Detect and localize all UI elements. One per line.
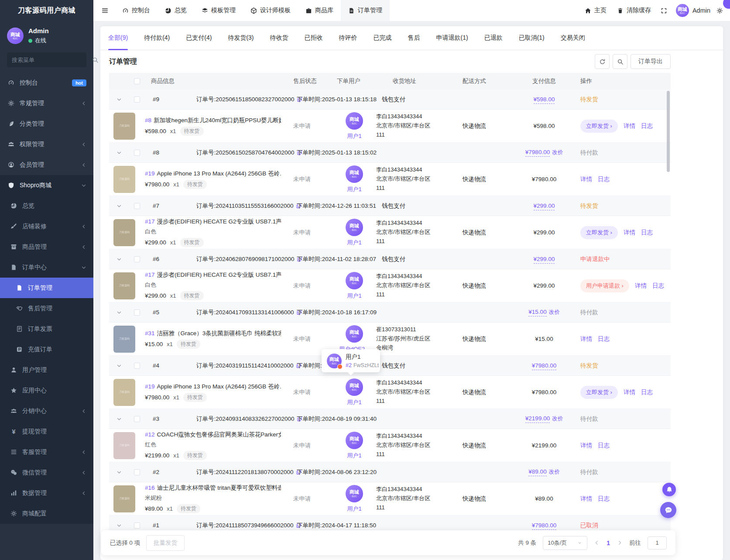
product-sku-link[interactable]: #19 [145,170,155,177]
detail-link[interactable]: 详情 [580,442,592,450]
order-price[interactable]: ¥7980.00改价 [520,149,568,156]
expand-chevron-icon[interactable] [109,310,129,315]
row-checkbox[interactable] [134,150,140,156]
goto-page-input[interactable] [648,536,667,550]
buyer-link[interactable]: 用户1 [347,186,361,193]
buyer-link[interactable]: 用户1 [347,132,361,140]
batch-ship-button[interactable]: 批量发货 [146,535,185,551]
buyer-avatar[interactable]: 商城· B2C · [346,165,363,183]
detail-link[interactable]: 详情 [580,335,592,343]
sidebar-user[interactable]: 商城 · B2C · Admin 在线 [0,21,93,48]
sidebar-item-16[interactable]: 分销中心 [0,401,93,421]
next-page-icon[interactable] [617,540,623,546]
tab-6[interactable]: 待评价 [339,26,357,50]
order-price[interactable]: ¥89.00改价 [520,468,568,476]
sidebar-item-13[interactable]: 充值订单 [0,339,93,360]
expand-chevron-icon[interactable] [109,416,129,422]
log-link[interactable]: 日志 [641,122,653,130]
chat-button[interactable] [660,502,676,518]
sidebar-item-6[interactable]: 总览 [0,196,93,216]
buyer-avatar[interactable]: 商城· B2C · [346,378,363,396]
expand-chevron-icon[interactable] [109,257,129,262]
row-checkbox[interactable] [134,96,140,103]
product-sku-link[interactable]: #19 [145,383,155,390]
search-button[interactable] [613,54,627,69]
tab-11[interactable]: 已取消(1) [519,26,545,50]
sidebar-item-19[interactable]: 微信管理 [0,462,93,483]
refresh-button[interactable] [595,54,610,69]
product-sku-link[interactable]: #31 [145,330,155,337]
menu-search-input[interactable] [12,57,89,63]
tab-0[interactable]: 全部(9) [108,26,128,50]
log-link[interactable]: 日志 [598,495,610,503]
ship-now-button[interactable]: 立即发货 › [580,226,618,239]
product-sku-link[interactable]: #16 [145,484,155,491]
tab-1[interactable]: 待付款(4) [144,26,170,50]
expand-chevron-icon[interactable] [109,470,129,475]
product-image[interactable]: 刀客源码 [113,166,135,193]
expand-chevron-icon[interactable] [109,363,129,368]
product-image[interactable]: 刀客源码 [113,485,135,512]
sidebar-item-12[interactable]: 订单发票 [0,319,93,339]
order-price[interactable]: ¥299.00 [520,203,568,209]
expand-chevron-icon[interactable] [109,150,129,155]
detail-link[interactable]: 详情 [624,122,635,130]
sidebar-item-17[interactable]: ¥提现管理 [0,421,93,442]
tab-8[interactable]: 售后 [408,26,420,50]
buyer-link[interactable]: 用户1 [347,239,361,247]
buyer-avatar[interactable]: 商城· B2C · [346,325,363,343]
buyer-link[interactable]: 用户1 [347,292,361,300]
sidebar-item-21[interactable]: 商城配置 [0,503,93,524]
ship-now-button[interactable]: 立即发货 › [580,120,618,133]
product-image[interactable]: 刀客源码 [113,432,135,459]
nav-item-2[interactable]: 模板管理 [194,0,243,21]
expand-chevron-icon[interactable] [109,523,129,528]
current-page[interactable]: 1 [607,539,610,546]
buyer-link[interactable]: 用户1 [347,452,361,460]
nav-item-1[interactable]: 总览 [158,0,194,21]
row-checkbox[interactable] [134,203,140,209]
sidebar-item-9[interactable]: 订单中心 [0,257,93,278]
nav-item-5[interactable]: 订单管理 [341,0,390,21]
ship-now-button[interactable]: 立即发货 › [580,386,618,399]
sidebar-item-11[interactable]: 售后管理 [0,298,93,319]
sidebar-item-2[interactable]: 分类管理 [0,113,93,134]
row-checkbox[interactable] [134,256,140,262]
settings-gear-icon[interactable] [716,7,723,14]
order-price[interactable]: ¥7980.00 [520,362,568,369]
product-image[interactable]: 刀客源码 [113,326,135,353]
sidebar-item-1[interactable]: 常规管理 [0,93,93,113]
notification-bell-button[interactable] [662,483,676,496]
buyer-avatar[interactable]: 商城· B2C · [346,112,363,130]
row-checkbox[interactable] [134,416,140,422]
refund-request-button[interactable]: 用户申请退款 › [580,279,629,292]
product-image[interactable]: 刀客源码 [113,219,135,246]
prev-page-icon[interactable] [594,540,600,546]
expand-chevron-icon[interactable] [109,203,129,209]
log-link[interactable]: 日志 [641,388,653,396]
order-price[interactable]: ¥2199.00改价 [520,415,568,423]
sidebar-item-5[interactable]: Shopro商城 [0,175,93,196]
admin-avatar[interactable]: 商城 · B2C · [676,4,689,17]
buyer-link[interactable]: 用户1 [347,399,361,406]
log-link[interactable]: 日志 [641,229,653,237]
row-checkbox[interactable] [134,469,140,475]
tab-10[interactable]: 已退款 [484,26,503,50]
tab-3[interactable]: 待发货(3) [228,26,254,50]
tab-9[interactable]: 申请退款(1) [436,26,468,50]
fullscreen-icon[interactable] [656,0,672,21]
order-price[interactable]: ¥598.00 [520,96,568,103]
detail-link[interactable]: 详情 [580,175,592,183]
nav-item-3[interactable]: 设计师模板 [243,0,298,21]
search-icon[interactable] [92,57,99,63]
order-price[interactable]: ¥299.00 [520,256,568,262]
buyer-link[interactable]: 用户1 [347,505,361,513]
sidebar-item-8[interactable]: 商品管理 [0,237,93,257]
sidebar-item-14[interactable]: 用户管理 [0,360,93,380]
sidebar-item-4[interactable]: 会员管理 [0,155,93,175]
sidebar-item-20[interactable]: 数据管理 [0,483,93,503]
log-link[interactable]: 日志 [598,335,610,343]
tab-12[interactable]: 交易关闭 [561,26,585,50]
sidebar-item-3[interactable]: 权限管理 [0,134,93,155]
sidebar-item-10[interactable]: 订单管理 [0,278,93,298]
